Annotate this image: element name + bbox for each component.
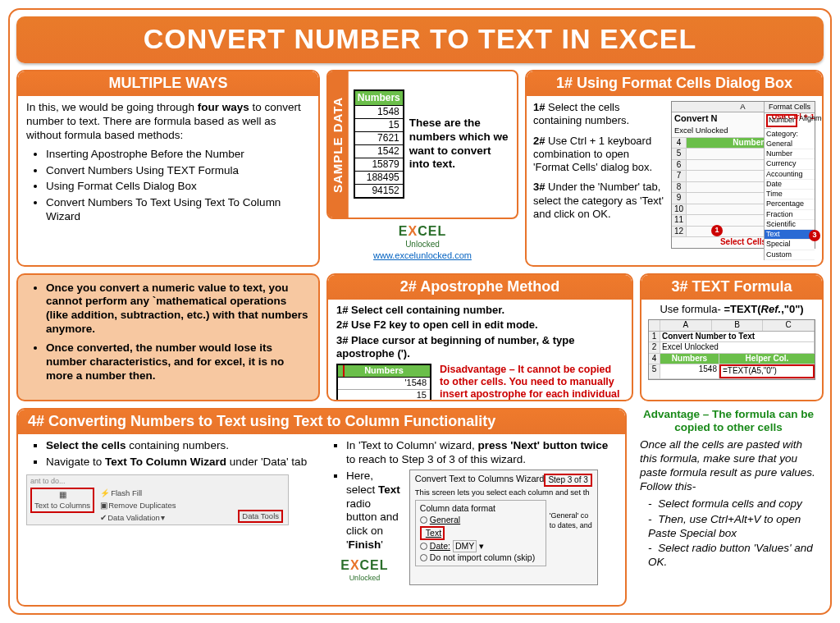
header-method-1: 1# Using Format Cells Dialog Box (527, 71, 822, 97)
m3-step: Select formula cells and copy (648, 497, 817, 511)
radio-text[interactable]: Text (420, 526, 445, 540)
card-method-3: 3# TEXT Formula Use formula- =TEXT(Ref.,… (640, 273, 824, 401)
category-list[interactable]: General Number Currency Accounting Date … (765, 140, 815, 260)
sample-cell: 188495 (354, 172, 404, 185)
sample-table: Numbers 1548 15 7621 1542 15879 188495 9… (354, 89, 404, 199)
header-multiple-ways: MULTIPLE WAYS (18, 71, 318, 97)
header-method-4: 4# Converting Numbers to Text using Text… (18, 410, 625, 435)
validation-icon: ✔ (100, 513, 107, 523)
header-method-3: 3# TEXT Formula (641, 275, 822, 300)
data-tools-group: Data Tools (238, 510, 283, 523)
dialog-subtitle: This screen lets you select each column … (415, 488, 592, 497)
data-validation-button[interactable]: ✔Data Validation ▾ (98, 512, 178, 524)
m1-step1: 1# Select the cells containing numbers. (533, 101, 666, 128)
sample-caption: These are the numbers which we want to c… (409, 117, 512, 172)
badge-1: 1 (711, 225, 723, 236)
page-title: CONVERT NUMBER TO TEXT IN EXCEL (16, 16, 824, 63)
row-3: 4# Converting Numbers to Text using Text… (16, 408, 824, 607)
m2-step: 1# Select cell containing number. (336, 304, 623, 317)
ways-list: Inserting Apostrophe Before the Number C… (26, 148, 310, 224)
sample-cell: 15 (354, 119, 404, 132)
sample-data-card: SAMPLE DATA Numbers 1548 15 7621 1542 15… (326, 70, 518, 219)
note-card: Once you convert a numeric value to text… (16, 273, 320, 401)
advantage-text: Advantage – The formula can be copied to… (640, 408, 817, 436)
text-to-columns-dialog: Convert Text to Columns Wizard Step 3 of… (409, 470, 598, 585)
header-method-2: 2# Apostrophe Method (328, 275, 632, 300)
sample-column: SAMPLE DATA Numbers 1548 15 7621 1542 15… (326, 70, 518, 267)
card-multiple-ways: MULTIPLE WAYS In this, we would be going… (16, 70, 320, 267)
excel-unlocked-logo: EXCEL Unlocked (326, 556, 403, 585)
radio-skip[interactable]: Do not import column (skip) (420, 552, 541, 563)
m4-step: Navigate to Text To Column Wizard under … (46, 456, 317, 470)
m4-step: In 'Text to Column' wizard, press 'Next'… (346, 439, 617, 467)
card-method-1: 1# Using Format Cells Dialog Box 1# Sele… (525, 70, 824, 267)
format-cells-panel: Format Cells Use Ctrl + 1 NumberAlignmen… (764, 102, 815, 260)
sample-cell: 15879 (354, 158, 404, 172)
sample-cell: 1548 (354, 106, 404, 119)
table-icon: ▦ (59, 490, 66, 500)
way-item: Convert Numbers To Text Using Text To Co… (46, 196, 310, 224)
row-1: MULTIPLE WAYS In this, we would be going… (16, 70, 824, 267)
sample-table-header: Numbers (354, 90, 404, 106)
sample-data-label: SAMPLE DATA (328, 71, 349, 218)
m1-step2: 2# Use Ctrl + 1 keyboard combination to … (533, 135, 666, 175)
method-3-continuation: Advantage – The formula can be copied to… (633, 408, 824, 607)
note-bullet: Once you convert a numeric value to text… (46, 282, 310, 337)
card-method-4: 4# Converting Numbers to Text using Text… (16, 408, 627, 607)
sample-cell: 7621 (354, 132, 404, 145)
m2-step: 3# Place cursor at beginning of number, … (336, 334, 623, 361)
category-label: Category: (765, 129, 815, 140)
way-item: Convert Numbers Using TEXT Formula (46, 164, 310, 178)
sample-cell: 1542 (354, 145, 404, 158)
logo-subtitle: Unlocked (405, 240, 440, 250)
remove-icon: ▣ (100, 501, 107, 511)
excel-ribbon-mockup: ant to do... ▦ Text to Columns ⚡Flash Fi… (26, 474, 289, 525)
m3-paragraph: Once all the cells are pasted with this … (640, 438, 817, 494)
sample-cell: 94152 (354, 185, 404, 199)
tab-alignment[interactable]: Alignment (799, 114, 824, 126)
m1-step3: 3# Under the 'Number' tab, select the ca… (533, 181, 666, 221)
excel-unlocked-logo: EXCEL Unlocked www.excelunlocked.com (326, 222, 518, 263)
website-link[interactable]: www.excelunlocked.com (373, 250, 472, 262)
m2-step: 2# Use F2 key to open cell in edit mode. (336, 318, 623, 332)
text-to-columns-button[interactable]: ▦ Text to Columns (30, 488, 94, 513)
radio-date[interactable]: Date: DMY ▾ (420, 540, 541, 552)
tab-number[interactable]: Number (766, 114, 797, 126)
m3-step: Then, use Ctrl+Alt+V to open Paste Speci… (648, 513, 817, 541)
m4-step: Select the cells containing numbers. (46, 439, 317, 453)
formula-display: Use formula- =TEXT(Ref.,"0") (648, 303, 815, 316)
text-formula-mockup: ABC 1Convert Number to Text 2Excel Unloc… (648, 319, 815, 380)
radio-general[interactable]: General (420, 515, 541, 525)
note-bullet: Once converted, the number would lose it… (46, 341, 310, 383)
m4-step: Here, select Text radio button and click… (346, 470, 403, 552)
formula-cell[interactable]: =TEXT(A5,"0") (719, 364, 815, 378)
remove-duplicates-button[interactable]: ▣Remove Duplicates (98, 500, 178, 511)
group-title: Column data format (420, 503, 541, 514)
apostrophe-example-table: Numbers '1548 15 (336, 364, 431, 401)
format-cells-mockup: A Convert N Excel Unlocked 4Numbers 5154… (671, 101, 815, 249)
disadvantage-text: Disadvantage – It cannot be copied to ot… (440, 364, 623, 401)
m3-step: Select radio button 'Values' and OK. (648, 542, 817, 570)
page-frame: CONVERT NUMBER TO TEXT IN EXCEL MULTIPLE… (8, 8, 832, 615)
dialog-side-note: 'General' co to dates, and (550, 497, 592, 566)
row-2: Once you convert a numeric value to text… (16, 273, 824, 401)
flash-fill-button[interactable]: ⚡Flash Fill (98, 488, 178, 499)
intro-text: In this, we would be going through four … (26, 101, 310, 143)
badge-3: 3 (809, 230, 820, 241)
flash-icon: ⚡ (100, 488, 110, 498)
step-badge: Step 3 of 3 (544, 474, 591, 488)
way-item: Using Format Cells Dialog Box (46, 180, 310, 194)
card-method-2: 2# Apostrophe Method 1# Select cell cont… (326, 273, 633, 401)
way-item: Inserting Apostrophe Before the Number (46, 148, 310, 162)
